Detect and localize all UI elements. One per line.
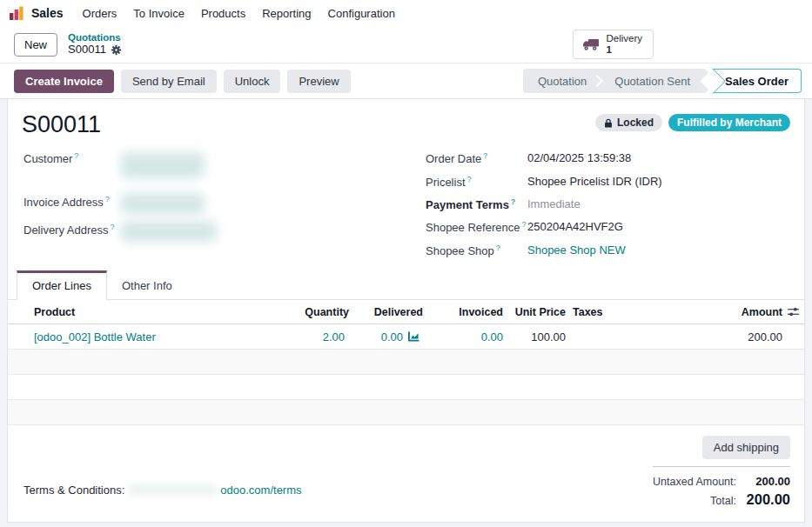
help-icon[interactable]: ?: [511, 197, 516, 206]
col-invoiced[interactable]: Invoiced: [423, 306, 503, 318]
breadcrumb: Quotations S00011: [68, 32, 122, 57]
order-lines-table: Product Quantity Delivered Invoiced Unit…: [8, 300, 804, 425]
shopee-reference-value[interactable]: 250204A42HVF2G: [527, 220, 623, 233]
lock-icon: [604, 118, 613, 128]
field-group-right: Order Date? 02/04/2025 13:59:38 Pricelis…: [426, 147, 790, 262]
help-icon[interactable]: ?: [521, 220, 526, 229]
col-taxes[interactable]: Taxes: [566, 306, 668, 318]
shopee-shop-label: Shopee Shop?: [426, 243, 527, 257]
smart-button-count: 1: [606, 44, 611, 55]
step-quotation-sent[interactable]: Quotation Sent: [600, 69, 705, 93]
empty-row[interactable]: [8, 350, 804, 375]
total-label: Total:: [710, 495, 736, 507]
unlock-button[interactable]: Unlock: [224, 70, 281, 93]
terms-label: Terms & Conditions:: [23, 484, 124, 497]
col-product[interactable]: Product: [8, 306, 288, 318]
col-unit-price[interactable]: Unit Price: [503, 306, 566, 318]
untaxed-amount-value: 200.00: [745, 475, 790, 488]
cell-unit-price[interactable]: 100.00: [503, 330, 566, 344]
pricelist-value[interactable]: Shopee Pricelist IDR (IDR): [527, 175, 662, 188]
tab-order-lines[interactable]: Order Lines: [17, 270, 107, 300]
nav-item-to-invoice[interactable]: To Invoice: [133, 7, 185, 20]
cell-invoiced[interactable]: 0.00: [423, 330, 503, 344]
truck-icon: [582, 38, 600, 51]
preview-button[interactable]: Preview: [287, 70, 350, 93]
notebook-tabs: Order Lines Other Info: [8, 270, 804, 300]
new-button[interactable]: New: [14, 33, 57, 57]
breadcrumb-current-record: S00011: [68, 43, 106, 57]
table-header-row: Product Quantity Delivered Invoiced Unit…: [8, 300, 804, 324]
terms-url-redacted: [128, 484, 217, 496]
payment-terms-label: Payment Terms?: [426, 197, 527, 211]
help-icon[interactable]: ?: [483, 151, 487, 160]
untaxed-amount-label: Untaxed Amount:: [653, 476, 736, 488]
help-icon[interactable]: ?: [105, 195, 110, 203]
statusbar: Create Invoice Send by Email Unlock Prev…: [0, 63, 812, 99]
send-by-email-button[interactable]: Send by Email: [121, 70, 217, 93]
customer-label: Customer?: [23, 151, 121, 165]
delivery-address-label: Delivery Address?: [23, 223, 121, 237]
nav-item-products[interactable]: Products: [201, 7, 245, 20]
cell-amount: 200.00: [668, 330, 782, 344]
field-group-left: Customer? Invoice Address? Delivery Addr…: [23, 147, 415, 262]
delivery-smart-button[interactable]: Delivery 1: [573, 30, 654, 58]
app-name[interactable]: Sales: [31, 6, 64, 20]
tab-other-info[interactable]: Other Info: [107, 270, 187, 299]
create-invoice-button[interactable]: Create Invoice: [14, 70, 114, 93]
col-quantity[interactable]: Quantity: [288, 306, 349, 318]
cell-quantity[interactable]: 2.00: [284, 330, 345, 344]
nav-item-orders[interactable]: Orders: [83, 7, 117, 20]
top-navbar: Sales Orders To Invoice Products Reporti…: [0, 0, 812, 26]
record-title: S00011: [22, 110, 101, 138]
col-amount[interactable]: Amount: [668, 306, 782, 318]
invoice-address-label: Invoice Address?: [23, 195, 121, 209]
fulfilled-by-merchant-badge: Fulfilled by Merchant: [668, 114, 790, 131]
nav-item-reporting[interactable]: Reporting: [262, 7, 311, 20]
order-date-label: Order Date?: [426, 151, 527, 165]
sales-app-icon[interactable]: [9, 5, 24, 21]
status-steps: Quotation Quotation Sent Sales Order: [523, 69, 802, 93]
form-sheet: S00011 Locked Fulfilled by Merchant Cust…: [7, 99, 805, 523]
add-shipping-button[interactable]: Add shipping: [702, 436, 790, 459]
cell-delivered[interactable]: 0.00: [345, 330, 403, 344]
terms-and-conditions: Terms & Conditions: odoo.com/terms: [23, 484, 302, 497]
help-icon[interactable]: ?: [496, 243, 500, 252]
order-date-value[interactable]: 02/04/2025 13:59:38: [527, 151, 631, 164]
totals-block: Untaxed Amount: 200.00 Total: 200.00: [653, 466, 790, 510]
total-value: 200.00: [745, 491, 790, 508]
smart-button-label: Delivery: [606, 33, 642, 43]
help-icon[interactable]: ?: [74, 151, 78, 160]
forecast-chart-icon[interactable]: [403, 331, 423, 342]
customer-value-redacted[interactable]: [121, 152, 205, 178]
help-icon[interactable]: ?: [467, 175, 472, 183]
control-panel: New Quotations S00011: [0, 26, 812, 63]
empty-row[interactable]: [8, 400, 804, 425]
shopee-reference-label: Shopee Reference?: [426, 220, 527, 234]
pricelist-label: Pricelist?: [426, 175, 527, 189]
step-quotation[interactable]: Quotation: [523, 69, 601, 93]
locked-badge: Locked: [595, 114, 662, 131]
field-groups: Customer? Invoice Address? Delivery Addr…: [8, 140, 804, 262]
gear-icon[interactable]: [111, 44, 122, 56]
cell-product[interactable]: [odoo_002] Bottle Water: [8, 330, 284, 344]
help-icon[interactable]: ?: [111, 223, 115, 231]
empty-row[interactable]: [8, 375, 804, 400]
adjust-columns-icon[interactable]: [782, 306, 804, 317]
table-row[interactable]: [odoo_002] Bottle Water 2.00 0.00 0.00 1…: [8, 324, 804, 350]
col-delivered[interactable]: Delivered: [349, 306, 423, 318]
shopee-shop-link[interactable]: Shopee Shop NEW: [527, 243, 626, 257]
odoo-sales-window: Sales Orders To Invoice Products Reporti…: [0, 0, 812, 523]
nav-item-configuration[interactable]: Configuration: [328, 7, 395, 20]
invoice-address-value-redacted[interactable]: [121, 193, 205, 214]
bar-chart-logo-icon: [9, 5, 24, 21]
terms-link[interactable]: odoo.com/terms: [220, 484, 301, 497]
payment-terms-value[interactable]: Immediate: [527, 197, 580, 210]
step-sales-order-active[interactable]: Sales Order: [713, 69, 802, 93]
delivery-address-value-redacted[interactable]: [121, 221, 217, 242]
